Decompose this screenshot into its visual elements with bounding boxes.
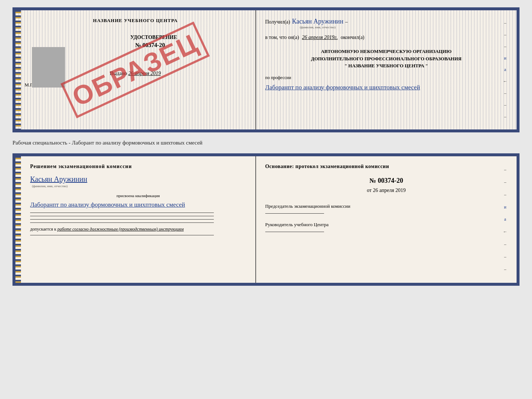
org-line1: АВТОНОМНУЮ НЕКОММЕРЧЕСКУЮ ОРГАНИЗАЦИЮ xyxy=(265,48,507,55)
bottom-doc-left: Решением экзаменационной комиссии Касьян… xyxy=(15,156,256,283)
chairman-signature-line xyxy=(265,213,324,214)
received-label: Получил(а) xyxy=(265,19,290,25)
protocol-date-value: 26 апреля 2019 xyxy=(373,188,406,193)
chairman-block: Председатель экзаменационной комиссии xyxy=(265,203,507,214)
top-doc-left: НАЗВАНИЕ УЧЕБНОГО ЦЕНТРА УДОСТОВЕРЕНИЕ №… xyxy=(15,10,256,129)
bottom-document: Решением экзаменационной комиссии Касьян… xyxy=(12,153,520,286)
name-subtext: (фамилия, имя, отчество) xyxy=(292,25,344,29)
line3 xyxy=(30,219,214,220)
protocol-date: от 26 апреля 2019 xyxy=(265,188,507,193)
decision-title: Решением экзаменационной комиссии xyxy=(30,164,246,170)
certificate-wrapper: НАЗВАНИЕ УЧЕБНОГО ЦЕНТРА УДОСТОВЕРЕНИЕ №… xyxy=(12,7,520,286)
bottom-name: Касьян Аружинин xyxy=(30,175,246,184)
profession-label: по профессии xyxy=(265,75,507,81)
date-suffix: окончил(а) xyxy=(341,35,364,40)
photo-placeholder xyxy=(32,47,65,88)
osnovaniye: Основание: протокол экзаменационной коми… xyxy=(265,164,507,170)
profession-value: Лаборанпт по анализу формовочных и шихпт… xyxy=(265,82,507,92)
issued-label: Выдано xyxy=(110,71,127,76)
line1 xyxy=(30,213,214,213)
protocol-number: № 00374-20 xyxy=(265,177,507,185)
bottom-doc-right: Основание: протокол экзаменационной коми… xyxy=(256,156,517,283)
qualification-value: Лаборанпт по анализу формовочных и шихпт… xyxy=(30,200,246,210)
date-value: 26 апреля 2019г. xyxy=(302,35,338,40)
допускается-value: работе согласно должностным (производств… xyxy=(57,227,184,232)
director-signature-line xyxy=(265,232,324,232)
director-block: Руководитель учебного Центра xyxy=(265,221,507,232)
cert-number: № 00374-20 xyxy=(54,42,246,49)
org-name: АВТОНОМНУЮ НЕКОММЕРЧЕСКУЮ ОРГАНИЗАЦИЮ ДО… xyxy=(265,48,507,70)
recipient-name: Касьян Аружинин xyxy=(292,18,344,25)
fio-label: (фамилия, имя, отчество) xyxy=(30,184,246,188)
line5 xyxy=(30,235,214,235)
director-label: Руководитель учебного Центра xyxy=(265,221,507,229)
dash1: – xyxy=(345,19,348,25)
допускается: допускается к работе согласно должностны… xyxy=(30,227,246,232)
line2 xyxy=(30,216,214,216)
name-section: Касьян Аружинин (фамилия, имя, отчество) xyxy=(30,175,246,188)
line4 xyxy=(30,222,214,223)
specialty-text: Рабочая специальность - Лаборант по анал… xyxy=(12,137,520,149)
top-document: НАЗВАНИЕ УЧЕБНОГО ЦЕНТРА УДОСТОВЕРЕНИЕ №… xyxy=(12,7,520,132)
protocol-date-prefix: от xyxy=(367,188,372,193)
допускается-prefix: допускается к xyxy=(30,227,56,232)
date-prefix: в том, что он(а) xyxy=(265,35,299,40)
cert-type: УДОСТОВЕРЕНИЕ xyxy=(61,35,246,40)
date-line: в том, что он(а) 26 апреля 2019г. окончи… xyxy=(265,35,507,40)
cert-title: НАЗВАНИЕ УЧЕБНОГО ЦЕНТРА xyxy=(25,18,246,24)
org-line2: ДОПОЛНИТЕЛЬНОГО ПРОФЕССИОНАЛЬНОГО ОБРАЗО… xyxy=(265,55,507,63)
received-line: Получил(а) Касьян Аружинин (фамилия, имя… xyxy=(265,18,507,29)
top-doc-right: Получил(а) Касьян Аружинин (фамилия, имя… xyxy=(256,10,517,129)
qualification-label: присвоена квалификация xyxy=(30,193,246,198)
org-line3: " НАЗВАНИЕ УЧЕБНОГО ЦЕНТРА " xyxy=(265,62,507,70)
chairman-label: Председатель экзаменационной комиссии xyxy=(265,203,507,210)
issued-date: 26 апреля 2019 xyxy=(128,71,161,76)
bottom-right-dashes: – – – и а ← – – – xyxy=(503,156,507,283)
